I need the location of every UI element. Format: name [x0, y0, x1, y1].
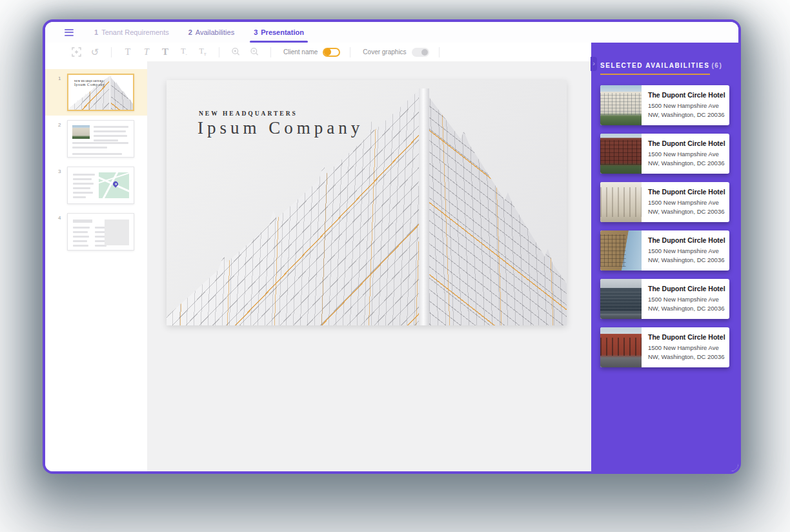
text-lines-placeholder: [94, 126, 128, 144]
property-photo: [600, 85, 642, 125]
property-address: 1500 New Hampshire AveNW, Washington, DC…: [648, 150, 725, 168]
slide-thumbnail-cover[interactable]: NEW HEADQUARTERS Ipsum Company: [67, 74, 134, 111]
presentation-slide[interactable]: NEW HEADQUARTERS Ipsum Company: [167, 80, 567, 325]
availability-card-6[interactable]: The Dupont Circle Hotel 1500 New Hampshi…: [600, 327, 729, 367]
availability-card-3[interactable]: The Dupont Circle Hotel 1500 New Hampshi…: [600, 182, 729, 222]
cover-graphics-toggle[interactable]: [412, 48, 429, 57]
building-corner: [419, 88, 429, 325]
toolbar-divider: [439, 47, 440, 57]
availability-card-2[interactable]: The Dupont Circle Hotel 1500 New Hampshi…: [600, 134, 729, 174]
slide-number: 4: [58, 213, 67, 251]
thumbnail-item-3: 3: [45, 162, 147, 209]
page-background: 1 Tenant Requirements 2 Availabilities 3…: [0, 0, 790, 532]
step-number: 3: [254, 28, 258, 36]
sidebar-header: SELECTED AVAILABILITIES(6): [600, 62, 729, 75]
thumbnail-item-4: 4: [45, 209, 147, 255]
property-title: The Dupont Circle Hotel: [648, 91, 725, 99]
slide-thumbnail-rail: 1 NEW HEADQUARTERS Ipsum Company 2: [45, 61, 147, 471]
toolbar-divider: [350, 47, 350, 57]
toolbar-divider: [219, 47, 219, 57]
thumbnail-item-2: 2: [45, 116, 147, 162]
fit-to-screen-icon[interactable]: [70, 46, 83, 59]
sidebar-title-underline: [600, 74, 710, 75]
property-address: 1500 New Hampshire AveNW, Washington, DC…: [648, 198, 725, 216]
step-tabs: 1 Tenant Requirements 2 Availabilities 3…: [94, 22, 304, 43]
slide-number: 2: [58, 120, 67, 158]
text-style-small-t-icon[interactable]: Tт: [196, 46, 209, 59]
property-title: The Dupont Circle Hotel: [648, 285, 725, 292]
map-placeholder: [99, 172, 129, 198]
top-nav: 1 Tenant Requirements 2 Availabilities 3…: [45, 22, 738, 43]
step-tab-availabilities[interactable]: 2 Availabilities: [188, 22, 234, 43]
thumbnail-title-text: Ipsum Company: [74, 83, 105, 87]
zoom-out-icon[interactable]: [248, 46, 261, 59]
client-name-toggle-label: Client name: [283, 48, 318, 56]
step-label: Presentation: [261, 28, 304, 36]
sidebar-title: SELECTED AVAILABILITIES: [600, 62, 709, 69]
slide-eyebrow-text[interactable]: NEW HEADQUARTERS: [199, 110, 298, 117]
sidebar-collapse-chevron-icon[interactable]: ›: [591, 57, 597, 71]
slide-thumbnail-map[interactable]: [67, 167, 134, 204]
toolbar-divider: [270, 47, 271, 57]
availability-card-5[interactable]: The Dupont Circle Hotel 1500 New Hampshi…: [600, 279, 729, 319]
property-title: The Dupont Circle Hotel: [648, 236, 725, 244]
cover-graphics-toggle-label: Cover graphics: [363, 48, 406, 56]
image-placeholder: [105, 220, 129, 245]
property-photo: [600, 327, 642, 367]
text-lines-placeholder: [72, 142, 128, 158]
zoom-in-icon[interactable]: [229, 46, 242, 59]
property-address: 1500 New Hampshire AveNW, Washington, DC…: [648, 101, 725, 119]
property-photo: [600, 230, 642, 271]
availability-card-1[interactable]: The Dupont Circle Hotel 1500 New Hampshi…: [600, 85, 729, 125]
rotate-icon[interactable]: ↺: [88, 46, 101, 59]
step-label: Tenant Requirements: [101, 28, 169, 36]
thumbnail-building-photo: [72, 125, 90, 139]
step-number: 1: [94, 28, 98, 36]
slide-thumbnail-two-column[interactable]: [67, 213, 134, 251]
step-number: 2: [188, 28, 192, 36]
property-title: The Dupont Circle Hotel: [648, 333, 725, 341]
client-name-toggle[interactable]: [323, 48, 340, 57]
property-photo: [600, 182, 642, 222]
property-photo: [600, 279, 642, 319]
editor-canvas[interactable]: NEW HEADQUARTERS Ipsum Company: [147, 61, 591, 471]
property-address: 1500 New Hampshire AveNW, Washington, DC…: [648, 247, 725, 265]
step-tab-presentation[interactable]: 3 Presentation: [254, 22, 304, 43]
slide-thumbnail-photo-text[interactable]: [67, 120, 134, 158]
availability-card-4[interactable]: The Dupont Circle Hotel 1500 New Hampshi…: [600, 230, 729, 271]
sidebar-count: (6): [711, 62, 722, 69]
slide-number: 1: [58, 74, 67, 111]
property-title: The Dupont Circle Hotel: [648, 139, 725, 147]
text-lines-placeholder: [73, 174, 95, 201]
property-photo: [600, 134, 642, 174]
step-label: Availabilities: [196, 28, 234, 36]
text-style-bold-icon[interactable]: T: [159, 46, 172, 59]
cover-building-graphic: [167, 80, 567, 325]
text-style-regular-icon[interactable]: T: [121, 46, 134, 59]
app-window: 1 Tenant Requirements 2 Availabilities 3…: [43, 19, 741, 474]
editor-toolbar: ↺ T T T T- Tт: [45, 43, 591, 61]
toolbar-divider: [111, 47, 112, 57]
property-address: 1500 New Hampshire AveNW, Washington, DC…: [648, 343, 725, 362]
selected-availabilities-sidebar: › SELECTED AVAILABILITIES(6) The Dupont …: [591, 43, 738, 471]
text-style-small-dash-icon[interactable]: T-: [177, 46, 190, 59]
slide-number: 3: [58, 167, 67, 204]
slide-title-text[interactable]: Ipsum Company: [198, 118, 363, 138]
thumbnail-item-1: 1 NEW HEADQUARTERS Ipsum Company: [45, 69, 147, 116]
property-address: 1500 New Hampshire AveNW, Washington, DC…: [648, 295, 725, 313]
property-title: The Dupont Circle Hotel: [648, 188, 725, 196]
text-style-italic-icon[interactable]: T: [140, 46, 153, 59]
hamburger-menu-icon[interactable]: [65, 29, 74, 36]
step-tab-tenant-requirements[interactable]: 1 Tenant Requirements: [94, 22, 169, 43]
